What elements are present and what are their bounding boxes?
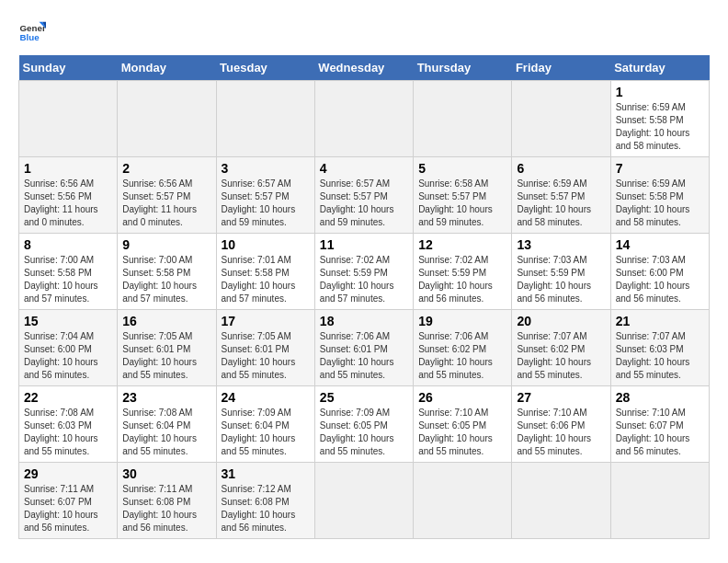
calendar-week-row: 8Sunrise: 7:00 AM Sunset: 5:58 PM Daylig… (19, 234, 710, 310)
day-info: Sunrise: 7:08 AM Sunset: 6:04 PM Dayligh… (122, 407, 210, 458)
calendar-cell: 17Sunrise: 7:05 AM Sunset: 6:01 PM Dayli… (216, 310, 314, 386)
day-number: 12 (418, 237, 506, 252)
calendar-cell: 22Sunrise: 7:08 AM Sunset: 6:03 PM Dayli… (19, 386, 118, 463)
calendar-week-row: 1Sunrise: 6:56 AM Sunset: 5:56 PM Daylig… (19, 157, 710, 234)
day-info: Sunrise: 6:59 AM Sunset: 5:58 PM Dayligh… (616, 101, 704, 153)
day-info: Sunrise: 6:57 AM Sunset: 5:57 PM Dayligh… (320, 178, 408, 229)
day-number: 6 (517, 161, 605, 176)
calendar-cell: 4Sunrise: 6:57 AM Sunset: 5:57 PM Daylig… (314, 157, 413, 234)
header-monday: Monday (118, 55, 216, 81)
day-number: 24 (222, 390, 310, 405)
calendar-cell: 8Sunrise: 7:00 AM Sunset: 5:58 PM Daylig… (19, 234, 118, 310)
day-info: Sunrise: 7:10 AM Sunset: 6:06 PM Dayligh… (517, 407, 605, 458)
header-sunday: Sunday (19, 55, 118, 81)
day-number: 15 (24, 314, 112, 328)
day-number: 17 (222, 314, 310, 328)
calendar-cell: 2Sunrise: 6:56 AM Sunset: 5:57 PM Daylig… (118, 157, 216, 234)
day-number: 9 (122, 237, 210, 252)
calendar-cell (19, 81, 118, 157)
day-number: 3 (222, 161, 310, 176)
header-tuesday: Tuesday (216, 55, 314, 81)
calendar-cell: 1Sunrise: 6:59 AM Sunset: 5:58 PM Daylig… (610, 81, 709, 157)
calendar-week-row: 1Sunrise: 6:59 AM Sunset: 5:58 PM Daylig… (19, 81, 710, 157)
day-number: 2 (122, 161, 210, 176)
day-number: 22 (24, 390, 112, 405)
calendar-week-row: 29Sunrise: 7:11 AM Sunset: 6:07 PM Dayli… (19, 463, 710, 539)
day-number: 4 (320, 161, 408, 176)
calendar-cell (414, 81, 512, 157)
calendar-header-row: SundayMondayTuesdayWednesdayThursdayFrid… (19, 55, 710, 81)
day-number: 30 (122, 466, 210, 481)
day-number: 25 (320, 390, 408, 405)
header-friday: Friday (512, 55, 610, 81)
calendar-cell: 20Sunrise: 7:07 AM Sunset: 6:02 PM Dayli… (512, 310, 610, 386)
calendar-cell: 25Sunrise: 7:09 AM Sunset: 6:05 PM Dayli… (314, 386, 413, 463)
day-info: Sunrise: 7:08 AM Sunset: 6:03 PM Dayligh… (24, 407, 112, 458)
header-wednesday: Wednesday (314, 55, 413, 81)
day-number: 31 (222, 466, 310, 481)
calendar-cell: 31Sunrise: 7:12 AM Sunset: 6:08 PM Dayli… (216, 463, 314, 539)
calendar-cell (314, 81, 413, 157)
day-info: Sunrise: 7:10 AM Sunset: 6:05 PM Dayligh… (418, 407, 506, 458)
day-number: 5 (418, 161, 506, 176)
calendar-cell: 6Sunrise: 6:59 AM Sunset: 5:57 PM Daylig… (512, 157, 610, 234)
day-number: 20 (517, 314, 605, 328)
day-info: Sunrise: 7:07 AM Sunset: 6:03 PM Dayligh… (616, 330, 704, 382)
logo-icon: General Blue (18, 18, 46, 46)
day-number: 1 (616, 85, 704, 99)
day-info: Sunrise: 7:11 AM Sunset: 6:07 PM Dayligh… (24, 483, 112, 534)
day-number: 28 (616, 390, 704, 405)
day-info: Sunrise: 7:02 AM Sunset: 5:59 PM Dayligh… (418, 254, 506, 305)
calendar-cell: 26Sunrise: 7:10 AM Sunset: 6:05 PM Dayli… (414, 386, 512, 463)
day-number: 19 (418, 314, 506, 328)
calendar-cell: 16Sunrise: 7:05 AM Sunset: 6:01 PM Dayli… (118, 310, 216, 386)
calendar-week-row: 15Sunrise: 7:04 AM Sunset: 6:00 PM Dayli… (19, 310, 710, 386)
calendar-cell: 13Sunrise: 7:03 AM Sunset: 5:59 PM Dayli… (512, 234, 610, 310)
calendar-cell: 7Sunrise: 6:59 AM Sunset: 5:58 PM Daylig… (610, 157, 709, 234)
day-info: Sunrise: 6:56 AM Sunset: 5:57 PM Dayligh… (122, 178, 210, 229)
calendar-cell: 15Sunrise: 7:04 AM Sunset: 6:00 PM Dayli… (19, 310, 118, 386)
calendar-cell: 19Sunrise: 7:06 AM Sunset: 6:02 PM Dayli… (414, 310, 512, 386)
calendar-cell: 24Sunrise: 7:09 AM Sunset: 6:04 PM Dayli… (216, 386, 314, 463)
day-number: 1 (24, 161, 112, 176)
day-info: Sunrise: 6:58 AM Sunset: 5:57 PM Dayligh… (418, 178, 506, 229)
calendar-cell: 10Sunrise: 7:01 AM Sunset: 5:58 PM Dayli… (216, 234, 314, 310)
day-number: 16 (122, 314, 210, 328)
day-number: 29 (24, 466, 112, 481)
day-info: Sunrise: 7:09 AM Sunset: 6:05 PM Dayligh… (320, 407, 408, 458)
calendar-cell: 29Sunrise: 7:11 AM Sunset: 6:07 PM Dayli… (19, 463, 118, 539)
calendar-cell: 11Sunrise: 7:02 AM Sunset: 5:59 PM Dayli… (314, 234, 413, 310)
day-info: Sunrise: 7:10 AM Sunset: 6:07 PM Dayligh… (616, 407, 704, 458)
calendar-cell: 27Sunrise: 7:10 AM Sunset: 6:06 PM Dayli… (512, 386, 610, 463)
day-number: 27 (517, 390, 605, 405)
calendar-cell: 12Sunrise: 7:02 AM Sunset: 5:59 PM Dayli… (414, 234, 512, 310)
day-number: 18 (320, 314, 408, 328)
day-info: Sunrise: 7:06 AM Sunset: 6:02 PM Dayligh… (418, 330, 506, 382)
day-info: Sunrise: 7:04 AM Sunset: 6:00 PM Dayligh… (24, 330, 112, 382)
day-info: Sunrise: 7:11 AM Sunset: 6:08 PM Dayligh… (122, 483, 210, 534)
calendar-cell: 1Sunrise: 6:56 AM Sunset: 5:56 PM Daylig… (19, 157, 118, 234)
header-thursday: Thursday (414, 55, 512, 81)
calendar-cell: 3Sunrise: 6:57 AM Sunset: 5:57 PM Daylig… (216, 157, 314, 234)
page-header: General Blue (18, 18, 710, 46)
day-info: Sunrise: 6:57 AM Sunset: 5:57 PM Dayligh… (222, 178, 310, 229)
day-info: Sunrise: 7:03 AM Sunset: 5:59 PM Dayligh… (517, 254, 605, 305)
calendar-cell: 5Sunrise: 6:58 AM Sunset: 5:57 PM Daylig… (414, 157, 512, 234)
logo: General Blue (18, 18, 46, 46)
header-saturday: Saturday (610, 55, 709, 81)
day-info: Sunrise: 7:05 AM Sunset: 6:01 PM Dayligh… (122, 330, 210, 382)
calendar-cell: 14Sunrise: 7:03 AM Sunset: 6:00 PM Dayli… (610, 234, 709, 310)
day-info: Sunrise: 7:05 AM Sunset: 6:01 PM Dayligh… (222, 330, 310, 382)
day-number: 7 (616, 161, 704, 176)
calendar-cell: 18Sunrise: 7:06 AM Sunset: 6:01 PM Dayli… (314, 310, 413, 386)
calendar-cell: 9Sunrise: 7:00 AM Sunset: 5:58 PM Daylig… (118, 234, 216, 310)
calendar-cell (314, 463, 413, 539)
calendar-cell: 21Sunrise: 7:07 AM Sunset: 6:03 PM Dayli… (610, 310, 709, 386)
calendar-cell (512, 81, 610, 157)
calendar-cell: 23Sunrise: 7:08 AM Sunset: 6:04 PM Dayli… (118, 386, 216, 463)
day-number: 13 (517, 237, 605, 252)
day-number: 23 (122, 390, 210, 405)
day-info: Sunrise: 7:09 AM Sunset: 6:04 PM Dayligh… (222, 407, 310, 458)
calendar-cell: 30Sunrise: 7:11 AM Sunset: 6:08 PM Dayli… (118, 463, 216, 539)
calendar-cell (216, 81, 314, 157)
